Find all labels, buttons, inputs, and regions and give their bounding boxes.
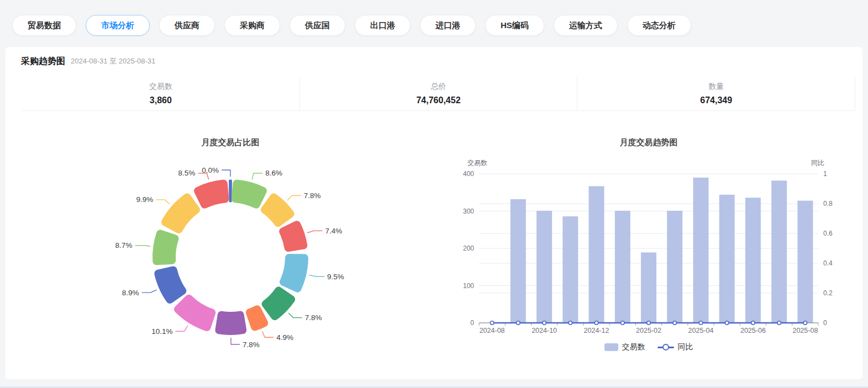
y-right-tick-label: 0.6: [823, 230, 833, 237]
bar-2025-06[interactable]: [745, 198, 761, 323]
tab-hs-code[interactable]: HS编码: [485, 15, 544, 36]
stat-value: 74,760,452: [416, 95, 460, 105]
y-left-tick-label: 200: [463, 245, 474, 252]
pie-label-line: [309, 275, 324, 277]
pie-label-line: [252, 173, 262, 180]
bar-2025-02[interactable]: [641, 252, 656, 323]
purchase-trend-panel: 采购趋势图 2024-08-31 至 2025-08-31 交易数3,860总价…: [6, 47, 862, 379]
bar-2025-07[interactable]: [771, 180, 787, 323]
x-tick-label: 2025-04: [688, 327, 714, 334]
pie-slice-2024-10[interactable]: [265, 197, 291, 223]
pie-slice-2025-07[interactable]: [165, 197, 196, 230]
stats-row: 交易数3,860总价74,760,452数量674,349: [22, 77, 855, 111]
yoy-marker: [517, 321, 520, 325]
y-right-axis-name: 同比: [811, 159, 824, 167]
stat-transactions: 交易数3,860: [22, 77, 299, 110]
tab-export-port[interactable]: 出口港: [355, 15, 411, 36]
pie-label: 7.8%: [304, 192, 321, 200]
yoy-marker: [777, 321, 781, 325]
y-right-tick-label: 0.2: [823, 289, 833, 297]
bar-2025-01[interactable]: [615, 211, 630, 323]
pie-label: 8.5%: [178, 169, 196, 177]
y-right-tick-label: 1: [823, 170, 827, 178]
pie-slice-2025-08[interactable]: [198, 184, 225, 205]
stat-label: 交易数: [149, 82, 172, 92]
y-right-tick-label: 0: [823, 319, 827, 327]
x-tick-label: 2024-12: [584, 327, 609, 334]
pie-label-line: [231, 338, 240, 344]
pie-slice-2025-01[interactable]: [266, 290, 292, 316]
pie-slice-2024-09[interactable]: [235, 183, 263, 204]
tab-trade-data[interactable]: 贸易数据: [12, 15, 76, 36]
bar-2024-12[interactable]: [589, 186, 604, 323]
yoy-marker: [543, 321, 546, 325]
pie-slice-2024-11[interactable]: [283, 225, 303, 248]
bar-2025-05[interactable]: [719, 195, 735, 323]
tab-market-analysis[interactable]: 市场分析: [86, 15, 150, 36]
pie-label-line: [262, 331, 274, 337]
tab-dynamic-analysis[interactable]: 动态分析: [627, 15, 691, 36]
yoy-marker: [673, 321, 676, 325]
pie-label-line: [156, 200, 170, 204]
tab-bar: 贸易数据市场分析供应商采购商供应国出口港进口港HS编码运输方式动态分析: [12, 15, 691, 36]
tab-transport-mode[interactable]: 运输方式: [554, 15, 618, 36]
yoy-marker: [699, 321, 702, 325]
pie-label-line: [288, 313, 302, 317]
x-tick-label: 2024-10: [532, 327, 557, 334]
stat-value: 3,860: [150, 95, 172, 105]
monthly-trend-chart: 月度交易趋势图 010020030040000.20.40.60.81交易数同比…: [453, 130, 865, 381]
pie-label: 8.9%: [122, 289, 139, 297]
panel-header: 采购趋势图 2024-08-31 至 2025-08-31: [21, 54, 155, 68]
pie-label-line: [307, 231, 323, 233]
pie-label-line: [198, 173, 208, 180]
pie-label: 8.7%: [115, 241, 133, 249]
y-right-tick-label: 0.8: [823, 200, 833, 208]
pie-slice-2024-12[interactable]: [283, 258, 304, 289]
legend-item-bar-series[interactable]: 交易数: [604, 342, 645, 352]
pie-slice-2025-05[interactable]: [158, 270, 182, 300]
yoy-marker: [803, 321, 807, 325]
pie-label: 8.6%: [265, 169, 282, 177]
pie-label-line: [135, 246, 150, 247]
y-left-tick-label: 0: [470, 319, 474, 327]
pie-slice-2024-08[interactable]: [230, 180, 232, 201]
y-left-axis-name: 交易数: [467, 159, 487, 167]
yoy-marker: [595, 321, 598, 325]
page: 贸易数据市场分析供应商采购商供应国出口港进口港HS编码运输方式动态分析 采购趋势…: [0, 0, 868, 388]
stat-quantity: 数量674,349: [577, 77, 855, 110]
yoy-marker: [621, 321, 624, 325]
pie-label: 9.9%: [136, 195, 153, 204]
yoy-marker: [490, 321, 493, 325]
legend-item-yoy-series[interactable]: 同比: [657, 342, 693, 352]
bar-2024-10[interactable]: [536, 211, 552, 323]
bar-2024-09[interactable]: [511, 199, 526, 323]
x-tick-label: 2025-02: [636, 327, 661, 334]
stat-value: 674,349: [700, 95, 732, 105]
tab-supplier[interactable]: 供应商: [159, 15, 215, 36]
pie-slice-2025-04[interactable]: [178, 299, 212, 327]
tab-buyer[interactable]: 采购商: [224, 15, 280, 36]
yoy-marker: [647, 321, 650, 325]
x-tick-label: 2025-06: [740, 327, 766, 334]
chart-legend: 交易数同比: [479, 342, 818, 352]
date-range: 2024-08-31 至 2025-08-31: [71, 56, 155, 66]
bar-line-chart: 010020030040000.20.40.60.81交易数同比2024-082…: [453, 130, 865, 341]
y-left-tick-label: 400: [463, 170, 474, 178]
pie-label-line: [287, 195, 301, 200]
bar-2025-04[interactable]: [693, 178, 709, 323]
bar-2024-11[interactable]: [562, 216, 578, 323]
pie-label: 10.1%: [151, 327, 172, 336]
pie-slice-2025-06[interactable]: [156, 233, 175, 261]
monthly-share-chart: 月度交易占比图 0.0%8.6%7.8%7.4%9.5%7.8%4.9%7.8%…: [17, 130, 453, 378]
tab-supply-country[interactable]: 供应国: [290, 15, 345, 36]
y-left-tick-label: 100: [463, 282, 474, 290]
bar-2025-08[interactable]: [797, 201, 813, 323]
tab-import-port[interactable]: 进口港: [420, 15, 476, 36]
pie-slice-2025-02[interactable]: [250, 309, 264, 327]
bar-series: [511, 178, 813, 323]
pie-label: 7.8%: [305, 313, 322, 322]
bar-2025-03[interactable]: [667, 211, 682, 323]
pie-slice-2025-03[interactable]: [219, 315, 243, 331]
pie-label: 7.4%: [325, 227, 343, 235]
yoy-marker: [569, 321, 572, 325]
